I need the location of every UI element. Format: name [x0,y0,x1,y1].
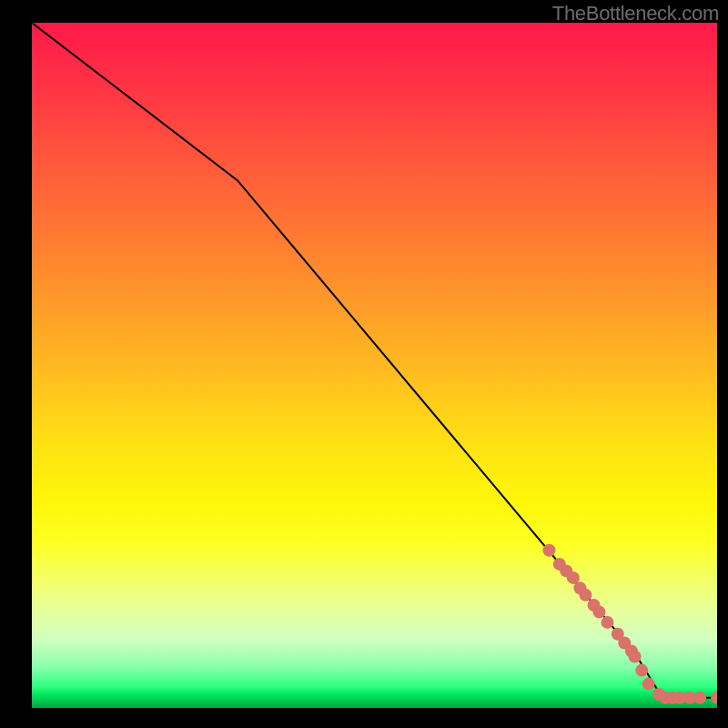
watermark-text: TheBottleneck.com [552,2,719,25]
chart-frame: TheBottleneck.com [0,0,728,728]
chart-gradient-background [32,23,717,708]
